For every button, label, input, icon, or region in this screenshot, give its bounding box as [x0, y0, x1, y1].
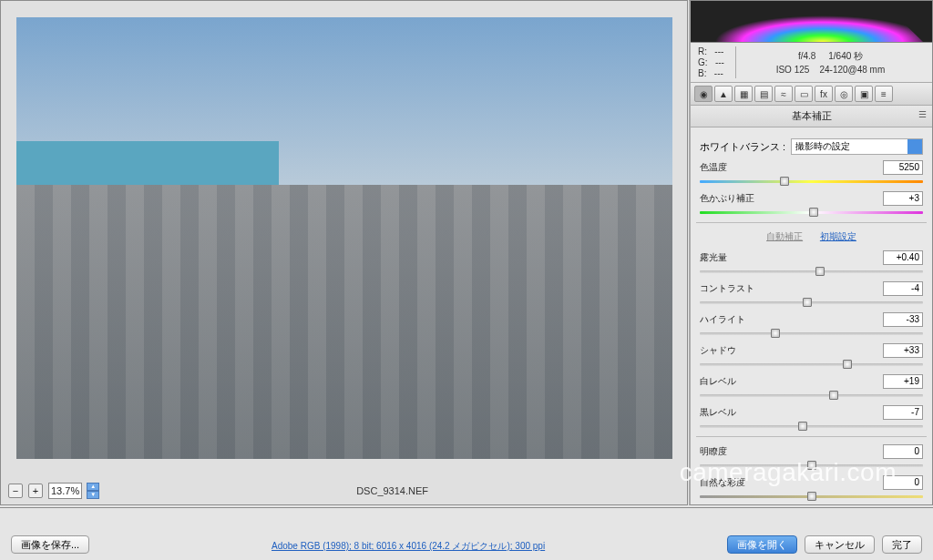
- blacks-label: 黒レベル: [700, 406, 736, 419]
- histogram[interactable]: [691, 1, 932, 43]
- exposure-value[interactable]: +0.40: [883, 250, 923, 265]
- panel-menu-icon[interactable]: ☰: [918, 109, 927, 119]
- preview-pane: − + 13.7% ▲▼ DSC_9314.NEF: [0, 0, 688, 505]
- wb-label: ホワイトバランス :: [700, 140, 785, 154]
- vibrance-slider[interactable]: [700, 492, 923, 501]
- tab-camera-icon[interactable]: ◎: [835, 86, 853, 102]
- tab-lens-icon[interactable]: ▭: [795, 86, 813, 102]
- tint-value[interactable]: +3: [883, 191, 923, 206]
- blacks-slider[interactable]: [700, 422, 923, 431]
- temp-value[interactable]: 5250: [883, 160, 923, 175]
- save-image-button[interactable]: 画像を保存...: [11, 535, 89, 554]
- zoom-out-button[interactable]: −: [8, 484, 23, 498]
- vibrance-value[interactable]: 0: [883, 475, 923, 490]
- cancel-button[interactable]: キャンセル: [805, 535, 875, 554]
- contrast-label: コントラスト: [700, 282, 754, 295]
- whites-value[interactable]: +19: [883, 374, 923, 389]
- zoom-in-button[interactable]: +: [28, 484, 43, 498]
- open-image-button[interactable]: 画像を開く: [727, 535, 797, 554]
- zoom-level-select[interactable]: 13.7%: [48, 483, 82, 499]
- tab-curve-icon[interactable]: ▲: [714, 86, 733, 102]
- exposure-label: 露光量: [700, 251, 727, 264]
- image-canvas: [16, 17, 672, 459]
- panel-title: 基本補正 ☰: [691, 106, 932, 127]
- filename-label: DSC_9314.NEF: [105, 485, 680, 496]
- clarity-label: 明瞭度: [700, 445, 727, 458]
- zoom-stepper[interactable]: ▲▼: [87, 483, 99, 499]
- highlights-value[interactable]: -33: [883, 312, 923, 327]
- whites-slider[interactable]: [700, 391, 923, 400]
- tab-hsl-icon[interactable]: ▤: [754, 86, 773, 102]
- zoom-bar: − + 13.7% ▲▼ DSC_9314.NEF: [1, 477, 687, 504]
- default-settings-link[interactable]: 初期設定: [820, 231, 856, 241]
- vibrance-label: 自然な彩度: [700, 476, 745, 489]
- tab-fx-icon[interactable]: fx: [815, 86, 833, 102]
- clarity-slider[interactable]: [700, 461, 923, 470]
- clarity-value[interactable]: 0: [883, 444, 923, 459]
- whites-label: 白レベル: [700, 375, 736, 388]
- image-info-link[interactable]: Adobe RGB (1998); 8 bit; 6016 x 4016 (24…: [272, 541, 545, 551]
- tab-presets-icon[interactable]: ▣: [855, 86, 873, 102]
- done-button[interactable]: 完了: [882, 535, 922, 554]
- adjustments-panel: R: --- G: --- B: --- f/4.8 1/640 秒 ISO 1…: [689, 0, 933, 505]
- temp-slider[interactable]: [700, 177, 923, 186]
- exposure-slider[interactable]: [700, 267, 923, 276]
- temp-label: 色温度: [700, 161, 727, 174]
- highlights-label: ハイライト: [700, 313, 745, 326]
- tint-slider[interactable]: [700, 208, 923, 217]
- blacks-value[interactable]: -7: [883, 405, 923, 420]
- highlights-slider[interactable]: [700, 329, 923, 338]
- image-viewport[interactable]: [16, 17, 672, 459]
- shadows-slider[interactable]: [700, 360, 923, 369]
- shadows-label: シャドウ: [700, 344, 736, 357]
- info-readout: R: --- G: --- B: --- f/4.8 1/640 秒 ISO 1…: [691, 43, 932, 83]
- tint-label: 色かぶり補正: [700, 192, 754, 205]
- tab-detail-icon[interactable]: ▦: [734, 86, 753, 102]
- contrast-slider[interactable]: [700, 298, 923, 307]
- contrast-value[interactable]: -4: [883, 281, 923, 296]
- shadows-value[interactable]: +33: [883, 343, 923, 358]
- tab-snapshots-icon[interactable]: ≡: [875, 86, 893, 102]
- panel-tabs: ◉ ▲ ▦ ▤ ≈ ▭ fx ◎ ▣ ≡: [691, 83, 932, 106]
- auto-correct-link[interactable]: 自動補正: [766, 231, 803, 241]
- bottom-bar: 画像を保存... Adobe RGB (1998); 8 bit; 6016 x…: [0, 507, 933, 560]
- tab-basic-icon[interactable]: ◉: [694, 86, 713, 102]
- white-balance-select[interactable]: 撮影時の設定: [791, 138, 923, 155]
- exif-iso-focal: ISO 125 24-120@48 mm: [776, 65, 886, 75]
- exif-aperture-shutter: f/4.8 1/640 秒: [798, 50, 863, 63]
- basic-controls: ホワイトバランス : 撮影時の設定 色温度5250 色かぶり補正+3 自動補正 …: [691, 127, 932, 505]
- tab-splittone-icon[interactable]: ≈: [774, 86, 793, 102]
